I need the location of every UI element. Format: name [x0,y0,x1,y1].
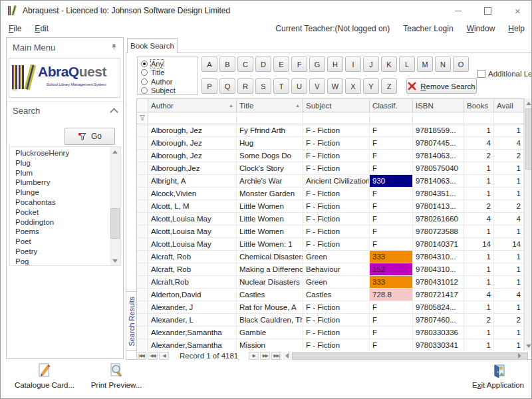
table-row[interactable]: Alcott,Louisa MayLittle WomenF - Fiction… [137,225,524,238]
filter-cell[interactable] [303,112,370,124]
letter-button-k[interactable]: K [381,57,397,72]
filter-cell[interactable] [237,112,303,124]
scrollbar-thumb[interactable] [292,352,528,360]
nav-first-button[interactable]: |◀◀ [136,352,146,360]
filter-cell[interactable] [494,112,524,124]
letter-button-i[interactable]: I [345,57,361,72]
exit-application-button[interactable]: Exit Application [467,362,529,389]
remove-search-button[interactable]: Remove Search [406,78,477,94]
nav-last-button[interactable]: ▶▶| [271,352,281,360]
filter-cell[interactable] [413,112,464,124]
nav-next-page-button[interactable]: ▶▶ [260,352,270,360]
letter-button-b[interactable]: B [219,57,235,72]
radio-icon[interactable] [141,78,148,85]
letter-button-p[interactable]: P [201,78,217,94]
list-scrollbar[interactable] [110,147,120,265]
radio-icon[interactable] [141,61,148,67]
column-header-subject[interactable]: Subject [303,99,370,112]
letter-button-q[interactable]: Q [219,78,235,94]
filter-row-icon-cell[interactable] [137,112,148,124]
scroll-left-icon[interactable] [283,352,291,360]
column-header-books[interactable]: Books [464,99,494,112]
list-item[interactable]: Poet [10,237,110,247]
list-item[interactable]: Plug [10,158,110,168]
radio-option-author[interactable]: Author [141,77,198,86]
letter-button-h[interactable]: H [327,57,343,72]
close-button[interactable]: × [503,1,532,21]
grid-scrollbar[interactable] [524,98,532,350]
tab-book-search[interactable]: Book Search [127,38,178,53]
table-row[interactable]: Alcott, L, MLittle WomenF - FictionF9780… [137,200,524,213]
table-row[interactable]: Alcott,Louisa MayLittle Women: 1F - Fict… [137,238,524,251]
list-item[interactable]: Poetry [10,247,110,257]
letter-button-j[interactable]: J [363,57,379,72]
scroll-right-icon[interactable] [515,352,524,360]
tab-search-results[interactable]: Search Results [126,291,137,351]
list-item[interactable]: Plunge [10,188,110,198]
column-header-author[interactable]: Author▲ [148,99,237,112]
letter-button-l[interactable]: L [399,57,415,72]
grid-filter-row[interactable] [137,112,524,124]
additional-level-checkbox[interactable]: Additional Level [477,70,532,78]
table-row[interactable]: Alborough, JezSome Dogs DoF - FictionF97… [137,150,524,162]
radio-option-any[interactable]: Any [141,59,198,68]
letter-button-o[interactable]: O [453,57,469,72]
scrollbar-thumb[interactable] [525,108,532,170]
letter-button-e[interactable]: E [273,57,289,72]
checkbox-icon[interactable] [477,70,485,78]
filter-cell[interactable] [148,112,237,124]
scroll-up-icon[interactable] [110,147,120,156]
table-row[interactable]: Alcott,Louisa MayLittle WomenF - Fiction… [137,213,524,225]
scrollbar-thumb[interactable] [110,208,120,239]
letter-button-u[interactable]: U [291,78,307,94]
filter-cell[interactable] [370,112,413,124]
pin-icon[interactable] [111,43,117,53]
letter-button-c[interactable]: C [237,57,253,72]
letter-button-v[interactable]: V [309,78,325,94]
table-row[interactable]: Alcraft,RobNuclear DisastersGreen3339780… [137,276,524,289]
menu-teacher-login[interactable]: Teacher Login [403,24,453,33]
column-header-classif[interactable]: Classif. [370,99,413,112]
table-row[interactable]: Alborough, JezFy Ffrind ArthF - FictionF… [137,124,524,137]
search-terms-listbox[interactable]: PluckroseHenryPlugPlumPlumberryPlungePoc… [9,146,121,266]
table-row[interactable]: Alexander,SamanthaGambleF - FictionF9780… [137,327,524,339]
menu-help[interactable]: Help [508,24,525,33]
letter-button-t[interactable]: T [273,78,289,94]
menu-edit[interactable]: Edit [35,24,49,33]
letter-button-m[interactable]: M [417,57,433,72]
letter-button-a[interactable]: A [201,57,217,72]
list-item[interactable]: PluckroseHenry [10,148,110,158]
letter-button-y[interactable]: Y [363,78,379,94]
nav-next-button[interactable]: ▶ [249,352,259,360]
letter-button-w[interactable]: W [327,78,343,94]
letter-button-x[interactable]: X [345,78,361,94]
catalogue-card-button[interactable]: Catalogue Card... [7,362,82,389]
grid-horizontal-scrollbar[interactable] [283,352,524,360]
table-row[interactable]: Alborough, JezHugF - FictionF97807445...… [137,137,524,150]
table-row[interactable]: Albright, AArchie's WarAncient Civilizat… [137,175,524,188]
table-row[interactable]: Alexander,SamanthaMissionF - FictionF978… [137,339,524,351]
column-header-avail[interactable]: Avail [494,99,524,112]
list-item[interactable]: Poddington [10,217,110,227]
minimize-button[interactable] [443,1,473,21]
letter-button-g[interactable]: G [309,57,325,72]
letter-button-n[interactable]: N [435,57,451,72]
list-item[interactable]: Pog [10,257,110,266]
scroll-down-icon[interactable] [525,341,532,350]
letter-button-r[interactable]: R [237,78,253,94]
radio-option-subject[interactable]: Subject [141,86,198,95]
radio-icon[interactable] [141,87,148,94]
list-item[interactable]: Plum [10,168,110,178]
radio-option-title[interactable]: Title [141,68,198,77]
letter-button-d[interactable]: D [255,57,271,72]
letter-button-f[interactable]: F [291,57,307,72]
scroll-down-icon[interactable] [110,256,120,265]
maximize-button[interactable] [473,1,503,21]
menu-file[interactable]: File [9,24,21,33]
list-item[interactable]: Pocket [10,207,110,217]
column-header-isbn[interactable]: ISBN [413,99,464,112]
column-header-title[interactable]: Title▲ [237,99,303,112]
go-button[interactable]: Go [65,128,115,145]
print-preview-button[interactable]: Print Preview... [83,362,150,389]
table-row[interactable]: Alborough,JezClock's StoryF - FictionF97… [137,162,524,175]
